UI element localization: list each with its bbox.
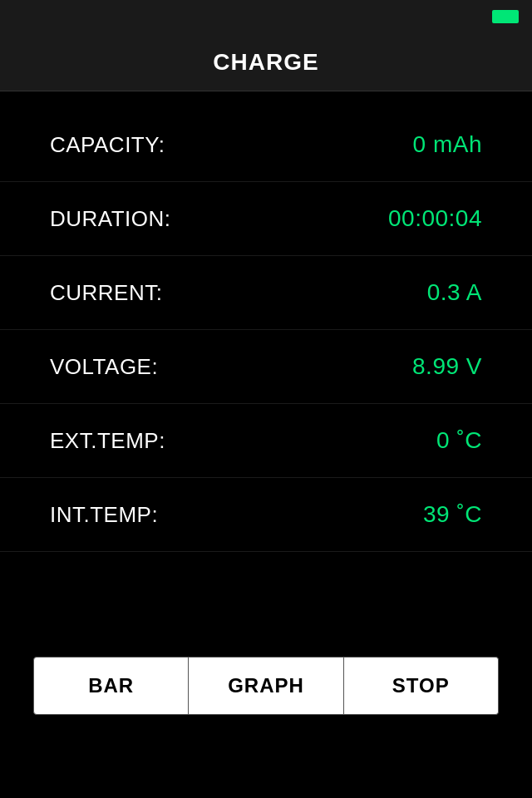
metric-row-ext-temp: EXT.TEMP:0 ˚C [0,404,532,478]
metric-row-capacity: CAPACITY:0 mAh [0,108,532,182]
metric-value-voltage: 8.99 V [412,353,482,380]
status-bar [0,0,532,33]
metric-value-int-temp: 39 ˚C [423,501,482,528]
metric-value-ext-temp: 0 ˚C [436,427,482,454]
metric-label-duration: DURATION: [50,206,171,232]
metric-row-voltage: VOLTAGE:8.99 V [0,330,532,404]
button-bar: BARGRAPHSTOP [0,657,532,715]
metric-row-current: CURRENT:0.3 A [0,256,532,330]
battery-icon [492,10,519,23]
metric-row-duration: DURATION:00:00:04 [0,182,532,256]
metric-label-voltage: VOLTAGE: [50,354,158,380]
metric-value-current: 0.3 A [427,279,482,306]
metric-label-int-temp: INT.TEMP: [50,502,158,528]
metric-label-current: CURRENT: [50,280,162,306]
stop-button[interactable]: STOP [344,657,499,715]
page-title: CHARGE [213,49,318,76]
main-content: CAPACITY:0 mAhDURATION:00:00:04CURRENT:0… [0,91,532,569]
metric-label-ext-temp: EXT.TEMP: [50,428,165,454]
metric-value-capacity: 0 mAh [413,131,482,158]
metric-value-duration: 00:00:04 [388,205,482,232]
bar-button[interactable]: BAR [33,657,189,715]
metric-row-int-temp: INT.TEMP:39 ˚C [0,478,532,552]
header: CHARGE [0,33,532,91]
metric-label-capacity: CAPACITY: [50,132,165,158]
graph-button[interactable]: GRAPH [189,657,343,715]
